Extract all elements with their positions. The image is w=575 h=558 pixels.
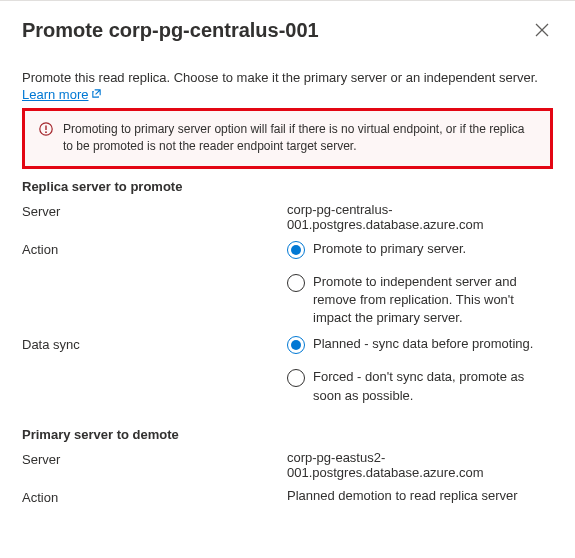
replica-server-value: corp-pg-centralus-001.postgres.database.… xyxy=(287,202,553,232)
radio-label: Promote to independent server and remove… xyxy=(313,273,553,328)
replica-server-row: Server corp-pg-centralus-001.postgres.da… xyxy=(22,202,553,232)
radio-promote-primary[interactable]: Promote to primary server. xyxy=(287,240,553,259)
primary-action-label: Action xyxy=(22,488,287,505)
radio-icon xyxy=(287,241,305,259)
primary-server-label: Server xyxy=(22,450,287,467)
promote-panel: Promote corp-pg-centralus-001 Promote th… xyxy=(0,1,575,531)
replica-action-row: Action Promote to primary server. Promot… xyxy=(22,240,553,328)
radio-icon xyxy=(287,336,305,354)
radio-icon xyxy=(287,369,305,387)
alert-text: Promoting to primary server option will … xyxy=(63,121,536,156)
radio-promote-independent[interactable]: Promote to independent server and remove… xyxy=(287,273,553,328)
close-button[interactable] xyxy=(531,19,553,44)
data-sync-label: Data sync xyxy=(22,335,287,352)
radio-icon xyxy=(287,274,305,292)
replica-action-label: Action xyxy=(22,240,287,257)
radio-sync-forced[interactable]: Forced - don't sync data, promote as soo… xyxy=(287,368,553,404)
intro-text: Promote this read replica. Choose to mak… xyxy=(22,70,553,85)
error-icon xyxy=(39,122,53,139)
radio-label: Promote to primary server. xyxy=(313,240,466,258)
radio-sync-planned[interactable]: Planned - sync data before promoting. xyxy=(287,335,553,354)
primary-action-value: Planned demotion to read replica server xyxy=(287,488,553,503)
warning-alert: Promoting to primary server option will … xyxy=(22,108,553,169)
replica-server-label: Server xyxy=(22,202,287,219)
primary-server-row: Server corp-pg-eastus2-001.postgres.data… xyxy=(22,450,553,480)
panel-title: Promote corp-pg-centralus-001 xyxy=(22,19,319,42)
radio-label: Planned - sync data before promoting. xyxy=(313,335,533,353)
close-icon xyxy=(535,25,549,40)
radio-label: Forced - don't sync data, promote as soo… xyxy=(313,368,553,404)
data-sync-radio-group: Planned - sync data before promoting. Fo… xyxy=(287,335,553,404)
data-sync-row: Data sync Planned - sync data before pro… xyxy=(22,335,553,404)
action-radio-group: Promote to primary server. Promote to in… xyxy=(287,240,553,328)
svg-point-4 xyxy=(45,131,47,133)
learn-more-link[interactable]: Learn more xyxy=(22,87,102,102)
panel-header: Promote corp-pg-centralus-001 xyxy=(22,19,553,44)
primary-action-row: Action Planned demotion to read replica … xyxy=(22,488,553,505)
primary-section-title: Primary server to demote xyxy=(22,427,553,442)
replica-section-title: Replica server to promote xyxy=(22,179,553,194)
learn-more-label: Learn more xyxy=(22,87,88,102)
primary-server-value: corp-pg-eastus2-001.postgres.database.az… xyxy=(287,450,553,480)
external-link-icon xyxy=(91,87,102,102)
